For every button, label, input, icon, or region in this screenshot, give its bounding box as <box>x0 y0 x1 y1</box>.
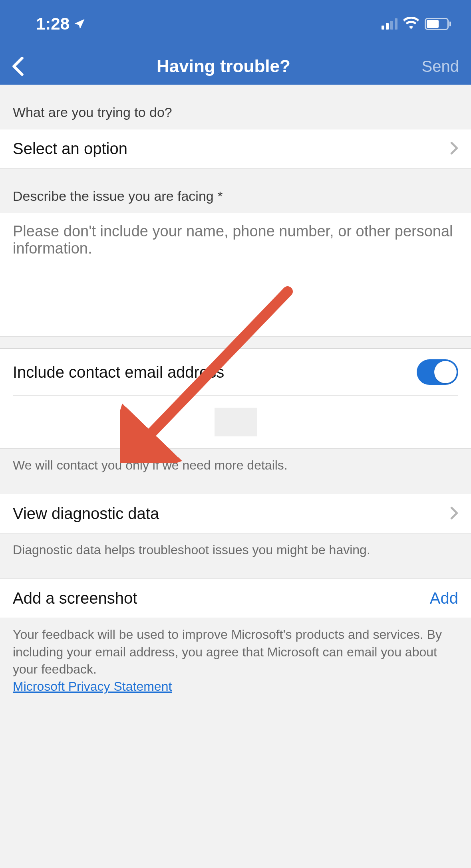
nav-bar: Having trouble? Send <box>0 48 471 85</box>
include-email-toggle[interactable] <box>417 359 458 385</box>
section-header-describe: Describe the issue you are facing * <box>0 168 471 213</box>
email-footer-text: We will contact you only if we need more… <box>0 449 471 494</box>
status-bar: 1:28 <box>0 0 471 48</box>
section-header-what: What are you trying to do? <box>0 85 471 129</box>
add-screenshot-button[interactable]: Add <box>430 589 458 607</box>
view-diagnostic-row[interactable]: View diagnostic data <box>0 494 471 533</box>
include-email-row: Include contact email address <box>0 349 471 395</box>
page-title: Having trouble? <box>36 56 411 76</box>
chevron-right-icon <box>450 141 458 157</box>
wifi-icon <box>403 17 419 31</box>
issue-textarea-wrap <box>0 213 471 337</box>
add-screenshot-label: Add a screenshot <box>13 589 137 607</box>
status-time: 1:28 <box>36 14 70 34</box>
disclaimer-text: Your feedback will be used to improve Mi… <box>0 618 471 715</box>
location-icon <box>74 14 85 34</box>
email-value-row[interactable] <box>0 396 471 449</box>
add-screenshot-row: Add a screenshot Add <box>0 579 471 618</box>
select-option-label: Select an option <box>13 140 127 158</box>
privacy-link[interactable]: Microsoft Privacy Statement <box>13 679 172 694</box>
issue-textarea[interactable] <box>13 223 458 327</box>
status-indicators <box>382 17 451 31</box>
diagnostic-footer-text: Diagnostic data helps troubleshoot issue… <box>0 533 471 579</box>
include-email-label: Include contact email address <box>13 363 224 381</box>
battery-icon <box>425 18 451 30</box>
chevron-right-icon <box>450 506 458 521</box>
cell-signal-icon <box>382 18 397 30</box>
select-option-row[interactable]: Select an option <box>0 129 471 168</box>
email-redacted <box>215 408 257 436</box>
send-button[interactable]: Send <box>411 57 459 75</box>
disclaimer-body: Your feedback will be used to improve Mi… <box>13 627 442 676</box>
back-button[interactable] <box>12 57 36 76</box>
view-diagnostic-label: View diagnostic data <box>13 505 159 523</box>
status-time-group: 1:28 <box>36 14 85 34</box>
